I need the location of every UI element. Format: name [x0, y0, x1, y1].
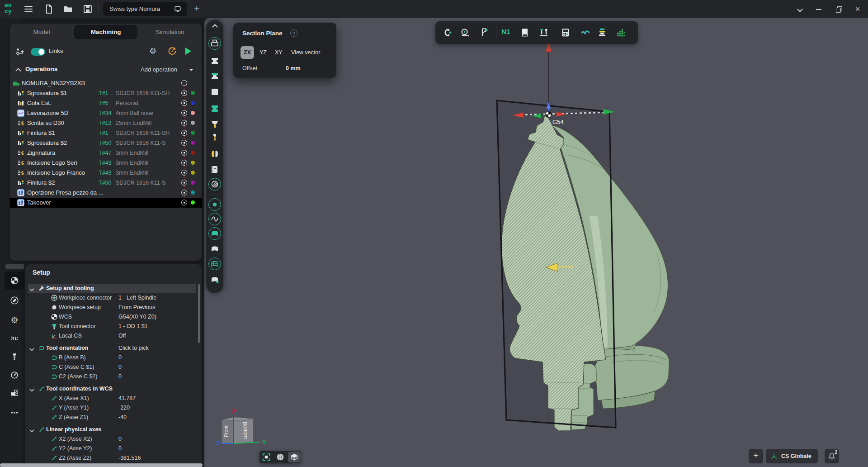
radio-indicator[interactable] — [181, 120, 187, 126]
rail-approach-return[interactable] — [5, 329, 24, 348]
links-settings-gear-icon[interactable]: ⚙ — [149, 46, 156, 56]
setup-row[interactable]: Y (Asse Y1) -220 — [28, 403, 196, 413]
main-menu-icon[interactable] — [24, 6, 33, 12]
shading-button[interactable] — [274, 452, 287, 462]
chevron-down-icon[interactable] — [29, 428, 34, 432]
setup-group-header[interactable]: Tool coordinates in WCS — [28, 384, 196, 394]
add-operation-button[interactable]: Add operation — [141, 66, 177, 73]
window-dropdown-icon[interactable] — [792, 0, 807, 18]
mesh-select-icon[interactable] — [209, 258, 220, 269]
chevron-down-icon[interactable] — [29, 387, 34, 391]
setup-row[interactable]: Z2 (Asse Z2) -381.516 — [28, 453, 196, 463]
sheet-icon[interactable] — [519, 27, 530, 38]
setup-group-header[interactable]: Tool orientation Click to pick — [28, 343, 196, 353]
setup-group-header[interactable]: Setup and tooling — [28, 284, 196, 293]
tab-machining[interactable]: Machining — [74, 25, 137, 39]
rail-setup-wcs[interactable] — [5, 272, 24, 290]
setup-row[interactable]: WCS G54(X0 Y0 Z0) — [28, 312, 196, 322]
tool-holder-filter-icon[interactable] — [209, 119, 220, 130]
row-value[interactable]: 41.787 — [118, 395, 136, 401]
radio-indicator[interactable] — [181, 110, 187, 116]
face-select-icon[interactable] — [209, 243, 220, 254]
row-value[interactable]: 0 — [118, 354, 122, 361]
radio-indicator[interactable] — [181, 140, 187, 146]
view-cube[interactable]: Front Bottom X Y Z — [216, 407, 266, 447]
save-icon[interactable] — [82, 4, 93, 14]
point-select-icon[interactable] — [209, 199, 220, 210]
cube-face-front[interactable]: Front — [223, 425, 229, 437]
surface-select-icon[interactable] — [209, 228, 220, 239]
tool-filter-icon[interactable] — [209, 133, 220, 143]
tool-stack-icon[interactable] — [597, 27, 608, 38]
radio-indicator[interactable] — [181, 90, 187, 96]
row-value[interactable]: 0 — [118, 373, 122, 380]
row-value[interactable]: 0 — [118, 364, 122, 370]
notifications-button[interactable]: 2 — [825, 449, 839, 463]
rail-strategy[interactable] — [5, 291, 24, 310]
chevron-down-icon[interactable] — [29, 346, 34, 351]
calculator-icon[interactable] — [560, 27, 571, 38]
setup-group-header[interactable]: Linear physical axes — [28, 425, 196, 434]
setup-row[interactable]: Y2 (Asse Y2) 0 — [28, 444, 196, 453]
radio-indicator[interactable] — [181, 160, 187, 166]
offset-value[interactable]: 0 mm — [286, 65, 301, 71]
rail-handle[interactable] — [5, 264, 24, 269]
new-tab-button[interactable]: + — [191, 3, 203, 14]
operation-row[interactable]: Sgrossatura $1 T#1 SDJCR 1616 K11-SH — [10, 88, 202, 98]
stock-filter-icon[interactable] — [209, 86, 220, 97]
project-tab[interactable]: Swiss type Nomura — [103, 2, 187, 16]
operation-row-selected[interactable]: Takeover — [10, 198, 202, 208]
section-view-button[interactable] — [288, 452, 301, 462]
row-value[interactable]: G54(X0 Y0 Z0) — [118, 314, 156, 320]
setup-row[interactable]: X (Asse X1) 41.787 — [28, 394, 196, 403]
row-value[interactable]: -381.516 — [118, 455, 141, 461]
operation-row[interactable]: Zigrinatura T#47 3mm EndMill — [10, 148, 202, 158]
horizontal-scrollbar[interactable] — [0, 463, 203, 467]
cube-face-bottom[interactable]: Bottom — [242, 421, 249, 439]
spindle-active-filter-icon[interactable] — [209, 71, 220, 81]
new-file-icon[interactable] — [43, 4, 54, 14]
group-value[interactable]: Click to pick — [118, 345, 149, 351]
open-file-icon[interactable] — [62, 4, 73, 14]
tab-simulation[interactable]: Simulation — [138, 24, 202, 41]
collapse-chevron-icon[interactable] — [15, 68, 21, 74]
scroll-up-icon[interactable] — [209, 21, 220, 32]
plane-option-yz[interactable]: YZ — [259, 46, 267, 59]
setup-row[interactable]: C2 (Asse C $2) 0 — [28, 372, 196, 381]
operation-row[interactable]: Incisione Logo Seri T#43 3mm EndMill — [10, 158, 202, 168]
machine-root-row[interactable]: NOMURA_NN32YB2XB — [10, 78, 202, 88]
plane-option-xy[interactable]: XY — [275, 46, 283, 59]
measure-tape-icon[interactable] — [460, 27, 471, 38]
operation-row[interactable]: Sgrossatura $2 T#50 SDJCR 1616 K11-S — [10, 138, 202, 148]
radio-indicator[interactable] — [181, 170, 187, 176]
add-operation-caret-icon[interactable] — [189, 69, 193, 71]
row-value[interactable]: 1 - OD 1 $1 — [118, 323, 148, 329]
rail-feeds-speeds[interactable] — [5, 366, 24, 384]
operation-row[interactable]: Gola Est. T#5 Personal. — [10, 98, 202, 108]
add-cs-button[interactable]: + — [749, 449, 763, 463]
radio-indicator[interactable] — [181, 80, 187, 86]
radio-indicator[interactable] — [181, 100, 187, 106]
plane-option-zx[interactable]: ZX — [241, 46, 254, 59]
setup-row[interactable]: X2 (Asse X2) 0 — [28, 434, 196, 444]
caliper-icon[interactable] — [479, 27, 490, 38]
radio-indicator[interactable] — [181, 180, 187, 186]
window-restore-button[interactable] — [830, 0, 846, 18]
spindle-filter-icon[interactable] — [209, 56, 220, 67]
window-close-button[interactable]: × — [850, 0, 865, 18]
section-hatch-icon[interactable] — [209, 179, 220, 190]
radio-indicator[interactable] — [181, 190, 187, 195]
tool-assembly-icon[interactable] — [538, 27, 549, 38]
recalculate-icon[interactable] — [167, 46, 177, 56]
app-logo-icon[interactable]: en cy — [5, 2, 20, 16]
setup-row[interactable]: Workpiece setup From Previous — [28, 303, 196, 312]
toolpath-graph-icon[interactable] — [580, 27, 591, 38]
operation-row[interactable]: Finitura $1 T#1 SDJCR 1616 K11-SH — [10, 128, 202, 138]
radio-indicator[interactable] — [181, 150, 187, 156]
row-value[interactable]: 0 — [118, 445, 122, 452]
row-value[interactable]: 1 - Left Spindle — [118, 295, 156, 301]
setup-row[interactable]: C (Asse C $1) 0 — [28, 362, 196, 372]
window-minimize-button[interactable] — [811, 0, 826, 18]
fixture-filter-icon[interactable] — [209, 38, 220, 49]
setup-row[interactable]: Workpiece connector 1 - Left Spindle — [28, 293, 196, 303]
